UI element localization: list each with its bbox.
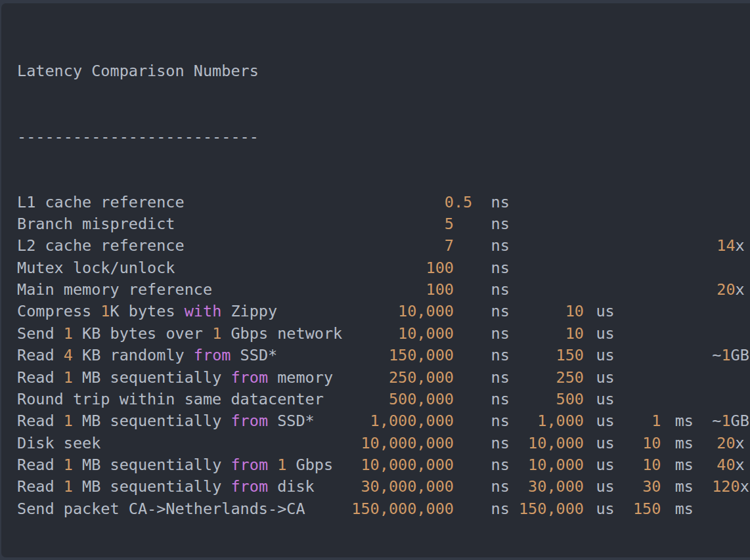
us-value: 150 [510,345,584,366]
number-token: 30,000,000 [361,477,453,496]
text-token: Mutex lock/unlock [17,259,175,277]
row-note [694,301,750,322]
number-token: 100 [426,259,454,277]
number-token: 150,000,000 [351,500,454,518]
multiplier-note: 14x [712,235,745,257]
us-unit [584,235,615,257]
text-token: memory [268,368,333,387]
text-token: Branch mispredict [17,215,175,233]
number-token: 1,000,000 [370,412,454,430]
ns-unit: ns [454,345,510,366]
us-unit [584,257,615,279]
number-token: 1 [64,368,73,387]
number-token: 10,000,000 [361,456,453,474]
ns-value: 150,000 [351,345,454,366]
row-note [694,498,750,520]
text-token: Disk seek [17,434,100,452]
ms-unit: ms [661,498,694,520]
number-token: 14 [717,236,735,255]
number-token: 250 [556,368,584,387]
table-row: Mutex lock/unlock100ns [17,257,750,279]
row-note [694,367,750,389]
ms-value [615,235,661,257]
text-token: Zippy [221,302,277,320]
row-description: Compress 1K bytes with Zippy [17,301,351,322]
ns-value: 150,000,000 [351,498,454,520]
number-token: 150,000 [389,346,454,364]
row-note: ~1GB [694,345,750,366]
ms-value [615,279,661,301]
text-token: Read [17,368,64,387]
row-description: L1 cache reference [17,192,351,213]
row-note: 40x [694,454,750,476]
text-token: MB sequentially [73,368,231,387]
ms-value [615,345,661,366]
text-token: ~ [712,412,721,430]
text-token: ns [491,302,510,320]
number-token: 10 [642,434,661,452]
table-row: Send packet CA->Netherlands->CA150,000,0… [17,498,750,520]
ns-unit: ns [454,498,510,520]
ms-unit: ms [661,476,694,498]
number-token: 500 [556,390,584,408]
number-token: 10 [565,324,584,343]
ns-unit: ns [454,323,510,345]
us-unit [584,192,615,213]
ms-value: 10 [615,454,661,476]
text-token: SSD* [231,346,277,364]
number-token: 10 [565,302,584,320]
ns-value: 7 [351,235,454,257]
multiplier-note: 120x [712,476,749,498]
number-token: 1 [100,302,110,320]
text-token: ms [675,500,694,518]
row-description: Read 1 MB sequentially from 1 Gbps [17,454,351,476]
number-token: 500,000 [389,390,454,408]
table-row: Read 4 KB randomly from SSD*150,000ns150… [17,345,750,366]
number-token: 10 [642,456,661,474]
ms-unit [661,389,694,410]
ns-value: 1,000,000 [351,410,454,432]
number-token: 100 [426,280,454,299]
text-token: ns [491,236,510,255]
us-value: 10,000 [510,454,584,476]
ns-unit: ns [454,279,510,301]
us-unit: us [584,345,615,366]
text-token: x [736,280,745,299]
ms-value: 1 [615,410,661,432]
text-token: Main memory reference [17,280,212,299]
keyword-token: from [194,346,231,364]
ns-value: 10,000 [351,301,454,322]
ms-value: 30 [615,476,661,498]
table-row: Read 1 MB sequentially from memory250,00… [17,367,750,389]
ns-unit: ns [454,433,510,454]
us-value: 1,000 [510,410,584,432]
row-note: 20x [694,279,750,301]
text-token: ns [491,215,510,233]
text-token: x [736,236,745,255]
row-note [694,389,750,410]
row-description: Read 1 MB sequentially from disk [17,476,351,498]
number-token: 4 [64,346,73,364]
keyword-token: with [185,302,222,320]
number-token: 150 [556,346,584,364]
number-token: 150,000 [519,500,584,518]
text-token: Compress [17,302,100,320]
number-token: 5 [445,215,454,233]
us-unit: us [584,301,615,322]
keyword-token: from [231,456,268,474]
row-note: 20x [694,433,750,454]
table-row: L1 cache reference0.5ns [17,192,750,213]
ms-unit [661,323,694,345]
ns-value: 250,000 [351,367,454,389]
row-description: Branch mispredict [17,213,351,235]
ns-unit: ns [454,389,510,410]
number-token: 40 [717,456,735,474]
ms-value: 10 [615,433,661,454]
ns-value: 10,000,000 [351,454,454,476]
text-token: Read [17,456,64,474]
ns-unit: ns [454,235,510,257]
text-token: L1 cache reference [17,193,185,211]
us-value [510,192,584,213]
text-token: disk [268,477,315,496]
text-token: SSD* [268,412,315,430]
